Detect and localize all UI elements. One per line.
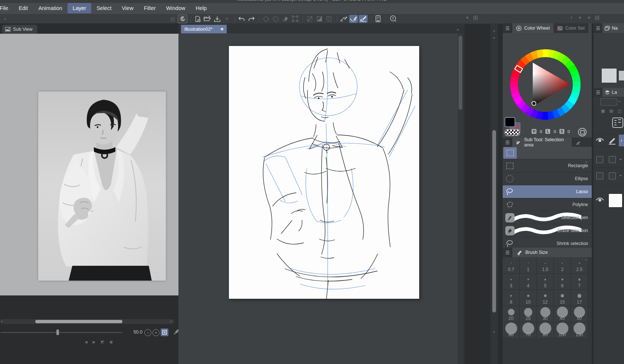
checkbox-a2[interactable] bbox=[609, 156, 616, 163]
tab-layer[interactable]: La bbox=[602, 88, 624, 97]
expand-panel-button[interactable]: › bbox=[619, 135, 624, 146]
selection-border-icon[interactable] bbox=[325, 15, 334, 23]
panel-expand-icon[interactable]: › bbox=[571, 15, 572, 20]
help-icon[interactable]: ? bbox=[388, 15, 397, 23]
toolbar-grip[interactable]: ||| bbox=[171, 16, 175, 21]
redo-icon[interactable] bbox=[247, 15, 256, 23]
reselect-icon[interactable] bbox=[271, 15, 280, 23]
brush-size-5[interactable]: 5 bbox=[537, 274, 554, 290]
color-wheel[interactable] bbox=[507, 46, 584, 123]
brush-size-1.5[interactable]: 1.5 bbox=[537, 257, 554, 274]
layer-list-icon[interactable] bbox=[612, 118, 623, 128]
brush-size-10[interactable]: 10 bbox=[520, 290, 537, 306]
tablet-mode-icon[interactable] bbox=[374, 15, 382, 23]
menu-item-select[interactable]: Select bbox=[91, 3, 116, 13]
subtool-selection-pen[interactable]: Selection pen bbox=[503, 211, 592, 224]
subtool-scroll-down-icon[interactable]: ⌄ bbox=[584, 241, 589, 245]
brush-size-60[interactable]: 60 bbox=[503, 322, 520, 339]
new-file-icon[interactable] bbox=[193, 15, 202, 23]
blend-mode-dropdown[interactable] bbox=[600, 98, 617, 106]
menu-item-help[interactable]: Help bbox=[190, 3, 212, 13]
open-file-icon[interactable] bbox=[203, 15, 212, 23]
canvas-vscrollbar[interactable] bbox=[458, 33, 463, 364]
subview-scroll-left-icon[interactable]: ‹ bbox=[1, 319, 3, 323]
snap-to-ruler-icon[interactable] bbox=[339, 15, 348, 23]
subview-back-chevron[interactable]: ‹ bbox=[4, 16, 6, 21]
panel-collapse-icon[interactable]: « bbox=[588, 15, 590, 20]
subtool-erase-selection[interactable]: Erase selection bbox=[503, 224, 592, 237]
brush-size-3[interactable]: 3 bbox=[503, 274, 520, 290]
next-image-icon[interactable]: ▶ bbox=[93, 340, 96, 344]
brush-size-40[interactable]: 40 bbox=[554, 306, 571, 322]
brush-size-25[interactable]: 25 bbox=[520, 306, 537, 322]
brush-size-8[interactable]: 8 bbox=[503, 290, 520, 306]
brush-size-7[interactable]: 7 bbox=[571, 274, 588, 290]
navigator-menu-icon[interactable]: ☰ bbox=[594, 23, 602, 33]
menu-item-edit[interactable]: Edit bbox=[13, 3, 33, 13]
strip-chevron-bottom-icon[interactable]: ⌄ bbox=[490, 329, 498, 334]
checkbox-b2[interactable] bbox=[609, 172, 616, 179]
tab-subtool[interactable]: Sub Tool: Selection area bbox=[512, 138, 572, 147]
subview-scroll-right-icon[interactable]: › bbox=[170, 319, 172, 323]
current-subtool-cell[interactable] bbox=[503, 147, 517, 159]
brush-size-50[interactable]: 50 bbox=[571, 306, 588, 322]
drawing-canvas[interactable] bbox=[229, 46, 419, 299]
menu-item-animation[interactable]: Animation bbox=[33, 3, 67, 13]
panel-collapse-left-icon[interactable]: « bbox=[466, 15, 469, 20]
zoom-slider-thumb[interactable] bbox=[56, 330, 59, 335]
fit-to-window-button[interactable] bbox=[161, 328, 168, 336]
tab-brush-size[interactable]: Brush Size bbox=[512, 248, 592, 257]
subtool-polyline[interactable]: Polyline bbox=[503, 198, 592, 211]
tab-navigator[interactable]: Na bbox=[602, 23, 624, 33]
brush-size-17[interactable]: 17 bbox=[571, 290, 588, 306]
subview-hscrollbar[interactable] bbox=[0, 319, 174, 324]
menu-item-filter[interactable]: Filter bbox=[139, 3, 161, 13]
checkbox-a1[interactable] bbox=[596, 156, 603, 163]
brush-size-150[interactable]: 150 bbox=[571, 322, 588, 339]
strip-scroll-handle[interactable] bbox=[492, 130, 496, 312]
stabilization-a-icon[interactable] bbox=[349, 15, 358, 23]
subtool-menu-icon[interactable]: ☰ bbox=[503, 138, 512, 147]
auto-dropper-icon[interactable]: ◩ bbox=[101, 340, 104, 344]
canvas-viewport[interactable] bbox=[178, 33, 458, 364]
strip-chevron-up-icon[interactable]: ⌃ bbox=[490, 37, 498, 42]
clear-selection-icon[interactable] bbox=[281, 15, 290, 23]
layer-icon-b[interactable]: ▤ bbox=[609, 109, 613, 113]
blend-dropdown-chevron-icon[interactable]: ⌄ bbox=[618, 99, 621, 103]
approx-color-icon[interactable] bbox=[578, 128, 587, 136]
layer-icon-a[interactable]: ▦ bbox=[601, 109, 605, 113]
tab-subtool-alt[interactable] bbox=[572, 138, 592, 147]
row2-chevron-icon[interactable]: ⌄ bbox=[619, 172, 622, 177]
deselect-icon[interactable] bbox=[262, 15, 270, 23]
strip-chevron-down-icon[interactable]: ⌄ bbox=[490, 28, 498, 33]
layer-thumbnail[interactable] bbox=[608, 193, 623, 208]
row1-chevron-icon[interactable]: ⌄ bbox=[619, 156, 622, 161]
subtool-ellipse[interactable]: Ellipse bbox=[503, 172, 592, 185]
panel-expand-all-icon[interactable]: » bbox=[579, 15, 581, 20]
subtool-lasso[interactable]: Lasso bbox=[503, 185, 592, 198]
zoom-out-button[interactable]: − bbox=[144, 329, 151, 336]
transform-selection-icon[interactable] bbox=[290, 15, 299, 23]
brush-size-0.7[interactable]: 0.7 bbox=[503, 257, 520, 274]
panel-grip-icon[interactable]: ||| bbox=[473, 15, 478, 20]
layer-eye-icon[interactable] bbox=[596, 197, 604, 203]
transparent-color-swatch[interactable] bbox=[505, 129, 520, 136]
tab-color-set[interactable]: Color Set bbox=[554, 23, 588, 33]
brush-size-1[interactable]: 1 bbox=[520, 257, 537, 274]
brush-size-15[interactable]: 15 bbox=[554, 290, 571, 306]
brush-size-menu-icon[interactable]: ☰ bbox=[503, 248, 512, 257]
brush-size-100[interactable]: 100 bbox=[554, 322, 571, 339]
brush-size-4[interactable]: 4 bbox=[520, 274, 537, 290]
tab-illustration02[interactable]: Illustration02* bbox=[181, 25, 227, 33]
menu-item-file[interactable]: File bbox=[0, 3, 13, 13]
selection-from-layer-icon[interactable] bbox=[315, 15, 324, 23]
canvas-vscroll-thumb[interactable] bbox=[459, 36, 462, 110]
invert-selection-icon[interactable] bbox=[305, 15, 314, 23]
subtool-rectangle[interactable]: Rectangle bbox=[503, 159, 592, 172]
subview-hscroll-thumb[interactable] bbox=[35, 320, 122, 323]
layer-icon-c[interactable]: ◫ bbox=[618, 109, 621, 113]
foreground-color-swatch[interactable] bbox=[505, 117, 515, 127]
brush-size-70[interactable]: 70 bbox=[520, 322, 537, 339]
layer-menu-icon[interactable]: ☰ bbox=[594, 88, 602, 97]
brush-size-6[interactable]: 6 bbox=[554, 274, 571, 290]
